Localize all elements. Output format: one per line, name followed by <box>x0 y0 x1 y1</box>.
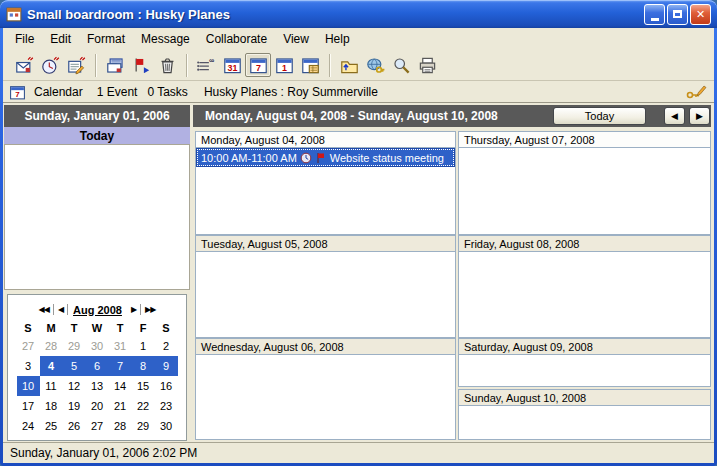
menu-collaborate[interactable]: Collaborate <box>198 30 275 48</box>
minical-next-month-button[interactable]: ▶ <box>127 305 140 314</box>
minical-day[interactable]: 25 <box>40 416 63 436</box>
minical-day[interactable]: 12 <box>63 376 86 396</box>
minical-day[interactable]: 22 <box>132 396 155 416</box>
minical-day[interactable]: 2 <box>155 336 178 356</box>
print-button[interactable] <box>414 53 440 77</box>
folder-up-button[interactable] <box>336 53 362 77</box>
day-friday: Friday, August 08, 2008 <box>458 235 711 338</box>
day-cell-monday[interactable]: 10:00 AM-11:00 AM Website status meeting <box>195 147 456 235</box>
minical-day[interactable]: 20 <box>86 396 109 416</box>
minical-day[interactable]: 16 <box>155 376 178 396</box>
minical-prev-month-button[interactable]: ◀ <box>54 305 67 314</box>
alarm-icon <box>300 152 312 164</box>
minical-prev-year-button[interactable]: ◀◀ <box>35 305 53 314</box>
tasks-list-icon: ∞ <box>197 56 216 75</box>
minical-day[interactable]: 17 <box>17 396 40 416</box>
close-button[interactable]: ✕ <box>690 4 711 25</box>
minical-day[interactable]: 7 <box>109 356 132 376</box>
minical-day[interactable]: 28 <box>40 336 63 356</box>
next-week-button[interactable]: ▶ <box>689 107 710 125</box>
menu-edit[interactable]: Edit <box>42 30 79 48</box>
menu-message[interactable]: Message <box>133 30 198 48</box>
day-header-friday: Friday, August 08, 2008 <box>458 235 711 251</box>
sidebar-today-banner[interactable]: Today <box>4 127 190 144</box>
new-event-button[interactable] <box>37 53 63 77</box>
mini-calendar: ◀◀ ◀ Aug 2008 ▶ ▶▶ SMTWTFS27282930311234… <box>7 294 187 441</box>
menu-file[interactable]: File <box>7 30 42 48</box>
minical-weekday: S <box>155 320 178 336</box>
multiweek-view-button[interactable] <box>297 53 323 77</box>
minical-day[interactable]: 30 <box>86 336 109 356</box>
day-view-button[interactable]: 1 <box>271 53 297 77</box>
new-message-button[interactable] <box>11 53 37 77</box>
today-button[interactable]: Today <box>553 107 646 125</box>
event-website-status-meeting[interactable]: 10:00 AM-11:00 AM Website status meeting <box>197 149 454 166</box>
minical-day[interactable]: 27 <box>86 416 109 436</box>
minical-day[interactable]: 13 <box>86 376 109 396</box>
minical-day[interactable]: 28 <box>109 416 132 436</box>
day-cell-tuesday[interactable] <box>195 251 456 338</box>
toolbar-separator <box>186 54 187 77</box>
day-cell-saturday[interactable] <box>458 354 711 387</box>
minical-next-year-button[interactable]: ▶▶ <box>141 305 159 314</box>
menu-help[interactable]: Help <box>317 30 358 48</box>
minical-day[interactable]: 1 <box>132 336 155 356</box>
month-view-button[interactable]: 31 <box>219 53 245 77</box>
tasks-list-button[interactable]: ∞ <box>193 53 219 77</box>
minical-day[interactable]: 26 <box>63 416 86 436</box>
directory-button[interactable] <box>362 53 388 77</box>
prev-week-button[interactable]: ◀ <box>664 107 685 125</box>
status-datetime: Sunday, January 01, 2006 2:02 PM <box>10 446 197 460</box>
minical-day[interactable]: 5 <box>63 356 86 376</box>
day-cell-thursday[interactable] <box>458 147 711 235</box>
sidebar-day-panel[interactable] <box>4 144 190 290</box>
minical-day[interactable]: 29 <box>63 336 86 356</box>
minical-day[interactable]: 3 <box>17 356 40 376</box>
minical-day[interactable]: 15 <box>132 376 155 396</box>
minimize-button[interactable] <box>644 4 665 25</box>
day-cell-friday[interactable] <box>458 251 711 338</box>
new-event-icon <box>41 56 60 75</box>
minical-day[interactable]: 27 <box>17 336 40 356</box>
svg-text:7: 7 <box>15 90 20 99</box>
minical-weekday: T <box>63 320 86 336</box>
menu-format[interactable]: Format <box>79 30 133 48</box>
minical-nav: ◀◀ ◀ Aug 2008 ▶ ▶▶ <box>8 302 186 317</box>
search-icon <box>392 56 411 75</box>
day-cell-wednesday[interactable] <box>195 354 456 440</box>
day-header-sunday: Sunday, August 10, 2008 <box>458 389 711 405</box>
minical-day[interactable]: 29 <box>132 416 155 436</box>
minical-day[interactable]: 6 <box>86 356 109 376</box>
minical-day[interactable]: 24 <box>17 416 40 436</box>
minical-day[interactable]: 8 <box>132 356 155 376</box>
svg-text:1: 1 <box>282 62 287 72</box>
minical-day[interactable]: 30 <box>155 416 178 436</box>
day-cell-sunday[interactable] <box>458 405 711 440</box>
minical-month-label[interactable]: Aug 2008 <box>68 304 127 316</box>
minical-weekday: S <box>17 320 40 336</box>
menu-view[interactable]: View <box>275 30 317 48</box>
minical-day[interactable]: 23 <box>155 396 178 416</box>
copy-message-button[interactable] <box>102 53 128 77</box>
minical-day[interactable]: 4 <box>40 356 63 376</box>
day-header-tuesday: Tuesday, August 05, 2008 <box>195 235 456 251</box>
directory-icon <box>366 56 385 75</box>
minical-day[interactable]: 18 <box>40 396 63 416</box>
minical-day[interactable]: 9 <box>155 356 178 376</box>
title-bar[interactable]: Small boardroom : Husky Planes ✕ <box>0 0 717 28</box>
new-task-button[interactable] <box>63 53 89 77</box>
minical-day[interactable]: 10 <box>17 376 40 396</box>
maximize-button[interactable] <box>667 4 688 25</box>
day-monday: Monday, August 04, 2008 10:00 AM-11:00 A… <box>195 131 456 235</box>
minical-day[interactable]: 14 <box>109 376 132 396</box>
minical-day[interactable]: 19 <box>63 396 86 416</box>
app-calendar-icon <box>6 6 23 23</box>
flag-message-button[interactable] <box>128 53 154 77</box>
search-button[interactable] <box>388 53 414 77</box>
minical-day[interactable]: 21 <box>109 396 132 416</box>
week-view-button[interactable]: 7 <box>245 53 271 77</box>
delete-button[interactable] <box>154 53 180 77</box>
minical-weekday: M <box>40 320 63 336</box>
minical-day[interactable]: 31 <box>109 336 132 356</box>
minical-day[interactable]: 11 <box>40 376 63 396</box>
